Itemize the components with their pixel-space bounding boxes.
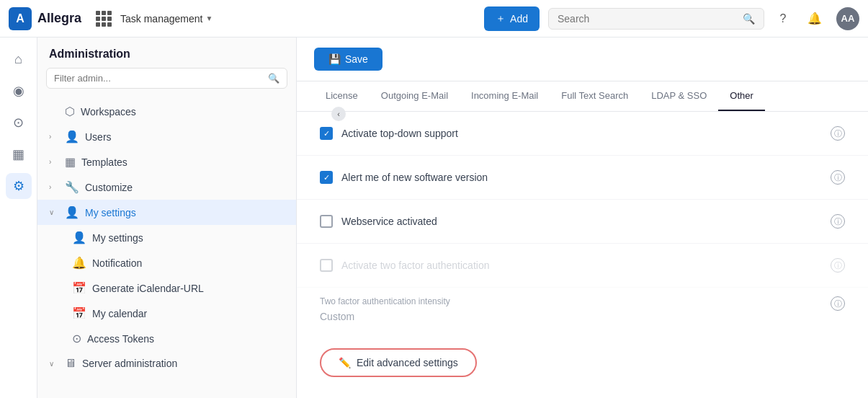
- templates-icon: ▦: [65, 155, 76, 169]
- nav-label: Access Tokens: [87, 333, 154, 345]
- logo: A Allegra: [9, 7, 81, 30]
- expand-icon: ›: [49, 183, 59, 191]
- sidebar-icons: ⌂ ◉ ⊙ ▦ ⚙: [0, 37, 37, 398]
- sidebar-icon-chart[interactable]: ▦: [6, 141, 32, 167]
- tab-ldap-sso[interactable]: LDAP & SSO: [640, 81, 718, 111]
- two-factor-intensity-row: Two factor authentication intensity Cust…: [297, 288, 868, 334]
- logo-icon: A: [9, 7, 32, 30]
- nav-workspaces[interactable]: ⬡ Workspaces: [37, 99, 296, 124]
- nav-label: Workspaces: [81, 106, 136, 118]
- add-button[interactable]: ＋ Add: [484, 6, 540, 31]
- notification-icon[interactable]: 🔔: [805, 9, 825, 29]
- task-management-menu[interactable]: Task management ▼: [120, 13, 212, 25]
- users-icon: 👤: [65, 130, 79, 143]
- grid-icon[interactable]: [96, 11, 112, 27]
- sidebar-icon-activity[interactable]: ◉: [6, 78, 32, 104]
- nav-label: Users: [85, 131, 112, 143]
- collapse-sidebar-button[interactable]: ‹: [331, 107, 346, 121]
- admin-filter-input[interactable]: [54, 73, 264, 84]
- edit-advanced-button[interactable]: ✏️ Edit advanced settings: [320, 348, 477, 377]
- two-factor-intensity-label: Two factor authentication intensity: [320, 296, 450, 306]
- setting-row-two-factor: Activate two factor authentication ⓘ: [297, 244, 868, 288]
- nav-label: My calendar: [92, 308, 147, 319]
- info-icon-software-version[interactable]: ⓘ: [831, 170, 845, 185]
- setting-row-webservice: Webservice activated ⓘ: [297, 200, 868, 244]
- pencil-icon: ✏️: [339, 357, 351, 368]
- my-settings-icon: 👤: [65, 205, 79, 219]
- nav-server-admin[interactable]: ∨ 🖥 Server administration: [37, 351, 296, 376]
- nav-icalendar[interactable]: 📅 Generate iCalendar-URL: [37, 275, 296, 301]
- tab-incoming-email[interactable]: Incoming E-Mail: [460, 81, 550, 111]
- search-bar: 🔍: [548, 8, 764, 30]
- save-button[interactable]: 💾 Save: [314, 48, 382, 71]
- admin-filter: 🔍: [46, 68, 287, 89]
- nav-templates[interactable]: › ▦ Templates: [37, 149, 296, 174]
- two-factor-intensity-value: Custom: [320, 311, 450, 322]
- info-icon-two-factor[interactable]: ⓘ: [831, 258, 845, 273]
- nav-label: Notification: [92, 257, 142, 269]
- admin-title: Administration: [37, 37, 296, 68]
- setting-row-software-version: Alert me of new software version ⓘ: [297, 156, 868, 200]
- nav-access-tokens[interactable]: ⊙ Access Tokens: [37, 326, 296, 351]
- tab-license[interactable]: License: [314, 81, 370, 111]
- nav-label: Customize: [85, 182, 133, 193]
- sidebar-icon-home[interactable]: ⌂: [6, 46, 32, 72]
- avatar[interactable]: AA: [836, 7, 859, 30]
- tab-other[interactable]: Other: [718, 81, 765, 111]
- nav-my-calendar[interactable]: 📅 My calendar: [37, 301, 296, 326]
- notification-nav-icon: 🔔: [72, 256, 86, 270]
- nav-my-settings-sub[interactable]: 👤 My settings: [37, 225, 296, 250]
- setting-label-top-down: Activate top-down support: [341, 128, 458, 139]
- server-admin-icon: 🖥: [65, 357, 76, 370]
- nav-label: My settings: [92, 232, 143, 244]
- logo-text: Allegra: [37, 11, 81, 26]
- tab-outgoing-email[interactable]: Outgoing E-Mail: [370, 81, 460, 111]
- icalendar-icon: 📅: [72, 281, 86, 295]
- save-icon: 💾: [328, 53, 341, 65]
- checkbox-software-version[interactable]: [320, 171, 333, 184]
- edit-advanced-wrap: ✏️ Edit advanced settings: [297, 334, 868, 392]
- expand-icon: ∨: [49, 208, 59, 216]
- nav-my-settings[interactable]: ∨ 👤 My settings: [37, 200, 296, 225]
- main: ⌂ ◉ ⊙ ▦ ⚙ Administration 🔍 ⬡ Workspaces: [0, 37, 868, 398]
- admin-sidebar: Administration 🔍 ⬡ Workspaces › 👤 Users: [37, 37, 297, 398]
- nav-label: My settings: [85, 207, 136, 218]
- info-icon-two-factor-intensity[interactable]: ⓘ: [831, 296, 845, 311]
- customize-icon: 🔧: [65, 180, 79, 194]
- filter-search-icon: 🔍: [268, 73, 279, 84]
- my-settings-sub-icon: 👤: [72, 231, 86, 244]
- tabs: License Outgoing E-Mail Incoming E-Mail …: [297, 81, 868, 112]
- content-area: 💾 Save License Outgoing E-Mail Incoming …: [297, 37, 868, 398]
- setting-row-top-down: Activate top-down support ⓘ: [297, 112, 868, 156]
- nav-users[interactable]: › 👤 Users: [37, 124, 296, 149]
- info-icon-webservice[interactable]: ⓘ: [831, 214, 845, 229]
- task-management-arrow: ▼: [205, 14, 212, 22]
- nav-label: Generate iCalendar-URL: [92, 283, 204, 294]
- checkbox-two-factor[interactable]: [320, 259, 333, 272]
- search-input[interactable]: [558, 13, 737, 25]
- expand-icon: ›: [49, 133, 59, 141]
- search-icon[interactable]: 🔍: [743, 13, 755, 25]
- workspaces-icon: ⬡: [65, 105, 75, 118]
- sidebar-wrap: Administration 🔍 ⬡ Workspaces › 👤 Users: [37, 37, 297, 398]
- plus-icon: ＋: [496, 12, 506, 25]
- topbar-icons: ? 🔔 AA: [773, 7, 859, 30]
- nav-notification[interactable]: 🔔 Notification: [37, 250, 296, 275]
- nav-customize[interactable]: › 🔧 Customize: [37, 174, 296, 200]
- access-tokens-icon: ⊙: [72, 332, 81, 345]
- info-icon-top-down[interactable]: ⓘ: [831, 126, 845, 141]
- my-calendar-icon: 📅: [72, 306, 86, 320]
- content-header: 💾 Save: [297, 37, 868, 81]
- nav-label: Templates: [81, 156, 127, 168]
- help-icon[interactable]: ?: [773, 9, 793, 29]
- checkbox-top-down[interactable]: [320, 127, 333, 140]
- sidebar-icon-settings[interactable]: ⚙: [6, 173, 32, 199]
- settings-content: Activate top-down support ⓘ Alert me of …: [297, 112, 868, 398]
- tab-full-text-search[interactable]: Full Text Search: [550, 81, 640, 111]
- expand-icon: ∨: [49, 360, 59, 368]
- sidebar-icon-team[interactable]: ⊙: [6, 110, 32, 136]
- expand-icon: ›: [49, 158, 59, 166]
- setting-label-two-factor: Activate two factor authentication: [341, 260, 489, 271]
- checkbox-webservice[interactable]: [320, 215, 333, 228]
- topbar: A Allegra Task management ▼ ＋ Add 🔍 ? 🔔 …: [0, 0, 868, 37]
